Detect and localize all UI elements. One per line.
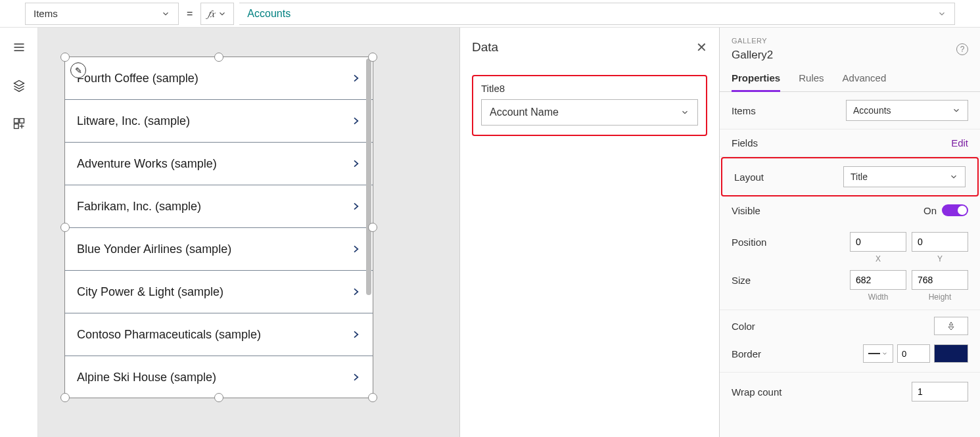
canvas[interactable]: ✎ Fourth Coffee (sample)Litware, Inc. (s… xyxy=(38,28,459,437)
resize-handle[interactable] xyxy=(214,393,223,402)
wrap-count-input[interactable] xyxy=(912,382,968,402)
gallery-row-title: City Power & Light (sample) xyxy=(77,285,223,299)
field-select-value: Account Name xyxy=(490,106,559,118)
prop-fields: Fields Edit xyxy=(720,129,980,157)
chevron-down-icon xyxy=(949,172,958,181)
prop-border: Border xyxy=(720,342,980,373)
border-width-input[interactable] xyxy=(897,344,930,363)
resize-handle[interactable] xyxy=(368,393,377,402)
fields-edit-link[interactable]: Edit xyxy=(951,137,968,149)
layers-icon[interactable] xyxy=(12,79,26,92)
chevron-right-icon[interactable] xyxy=(350,113,361,129)
tab-rules[interactable]: Rules xyxy=(799,72,824,91)
gallery-row[interactable]: Litware, Inc. (sample) xyxy=(65,100,373,143)
prop-label: Position xyxy=(732,237,766,248)
resize-handle[interactable] xyxy=(368,223,377,232)
field-label: Title8 xyxy=(481,83,698,94)
resize-handle[interactable] xyxy=(60,223,70,232)
prop-layout: Layout Title xyxy=(721,157,979,196)
chevron-right-icon[interactable] xyxy=(350,284,361,300)
scrollbar[interactable] xyxy=(366,58,371,295)
fx-icon: 𝑓𝑥 xyxy=(208,8,215,20)
sub-label-height: Height xyxy=(912,292,968,302)
gallery-row[interactable]: Fourth Coffee (sample) xyxy=(65,57,373,100)
formula-bar: Items = 𝑓𝑥 Accounts xyxy=(0,0,980,28)
position-y-input[interactable] xyxy=(912,232,968,252)
gallery-row[interactable]: Blue Yonder Airlines (sample) xyxy=(65,228,373,271)
gallery-row[interactable]: Fabrikam, Inc. (sample) xyxy=(65,185,373,228)
chevron-down-icon xyxy=(161,9,170,18)
gallery-control[interactable]: ✎ Fourth Coffee (sample)Litware, Inc. (s… xyxy=(64,57,373,398)
svg-rect-1 xyxy=(19,119,24,124)
chevron-right-icon[interactable] xyxy=(350,327,361,342)
gallery-row[interactable]: City Power & Light (sample) xyxy=(65,271,373,313)
gallery-row-title: Contoso Pharmaceuticals (sample) xyxy=(77,328,261,342)
prop-label: Border xyxy=(732,348,761,359)
gallery-row[interactable]: Adventure Works (sample) xyxy=(65,143,373,185)
prop-label: Color xyxy=(732,321,755,332)
border-color-picker[interactable] xyxy=(934,344,968,363)
position-x-input[interactable] xyxy=(850,232,906,252)
control-name: Gallery2 xyxy=(732,49,968,62)
gallery-row-title: Blue Yonder Airlines (sample) xyxy=(77,242,231,256)
help-icon[interactable]: ? xyxy=(956,43,968,55)
pencil-icon[interactable]: ✎ xyxy=(70,62,86,78)
property-select[interactable]: Items xyxy=(25,3,179,25)
gallery-row[interactable]: Contoso Pharmaceuticals (sample) xyxy=(65,313,373,356)
insert-icon[interactable] xyxy=(12,117,26,130)
prop-label: Items xyxy=(732,105,756,116)
items-select[interactable]: Accounts xyxy=(846,100,968,121)
resize-handle[interactable] xyxy=(368,53,377,62)
prop-size: Size xyxy=(720,270,980,292)
data-panel: Data ✕ Title8 Account Name xyxy=(459,28,720,437)
prop-label: Layout xyxy=(734,172,764,183)
properties-panel: GALLERY Gallery2 ? Properties Rules Adva… xyxy=(720,28,980,437)
prop-visible: Visible On xyxy=(720,196,980,224)
gallery-row-title: Fabrikam, Inc. (sample) xyxy=(77,200,201,214)
hamburger-icon[interactable] xyxy=(12,41,26,54)
property-select-label: Items xyxy=(34,8,58,19)
sub-label-x: X xyxy=(850,254,906,264)
chevron-right-icon[interactable] xyxy=(350,156,361,172)
sub-label-y: Y xyxy=(912,254,968,264)
gallery-row-title: Alpine Ski House (sample) xyxy=(77,371,216,384)
gallery-row[interactable]: Alpine Ski House (sample) xyxy=(65,356,373,398)
visible-toggle[interactable]: On xyxy=(923,204,968,216)
toggle-track xyxy=(942,204,968,216)
left-rail xyxy=(0,28,38,437)
field-select[interactable]: Account Name xyxy=(481,99,698,126)
resize-handle[interactable] xyxy=(60,53,70,62)
resize-handle[interactable] xyxy=(60,393,70,402)
resize-handle[interactable] xyxy=(214,53,223,62)
size-width-input[interactable] xyxy=(850,270,906,290)
items-value: Accounts xyxy=(853,105,891,116)
layout-select[interactable]: Title xyxy=(843,166,966,187)
data-panel-title: Data xyxy=(472,40,498,55)
prop-color: Color xyxy=(720,310,980,342)
formula-text: Accounts xyxy=(247,8,291,20)
prop-label: Visible xyxy=(732,205,760,216)
svg-rect-2 xyxy=(14,124,18,129)
formula-input[interactable]: Accounts xyxy=(239,3,955,25)
chevron-right-icon[interactable] xyxy=(350,241,361,257)
gallery-row-title: Adventure Works (sample) xyxy=(77,157,217,171)
prop-label: Size xyxy=(732,275,751,286)
control-type: GALLERY xyxy=(732,37,968,45)
chevron-right-icon[interactable] xyxy=(350,70,361,86)
tab-advanced[interactable]: Advanced xyxy=(843,72,887,91)
close-icon[interactable]: ✕ xyxy=(696,39,707,55)
gallery-row-title: Litware, Inc. (sample) xyxy=(77,114,190,128)
tab-properties[interactable]: Properties xyxy=(732,72,780,92)
size-height-input[interactable] xyxy=(912,270,968,290)
field-card: Title8 Account Name xyxy=(472,75,707,136)
prop-label: Fields xyxy=(732,137,758,149)
chevron-right-icon[interactable] xyxy=(350,198,361,214)
border-style-select[interactable] xyxy=(863,344,893,363)
svg-rect-0 xyxy=(14,119,18,124)
chevron-right-icon[interactable] xyxy=(350,369,361,385)
prop-position: Position xyxy=(720,224,980,254)
color-picker[interactable] xyxy=(934,317,968,335)
chevron-down-icon xyxy=(218,9,227,18)
fx-button[interactable]: 𝑓𝑥 xyxy=(200,3,234,25)
prop-wrap-count: Wrap count xyxy=(720,373,980,411)
